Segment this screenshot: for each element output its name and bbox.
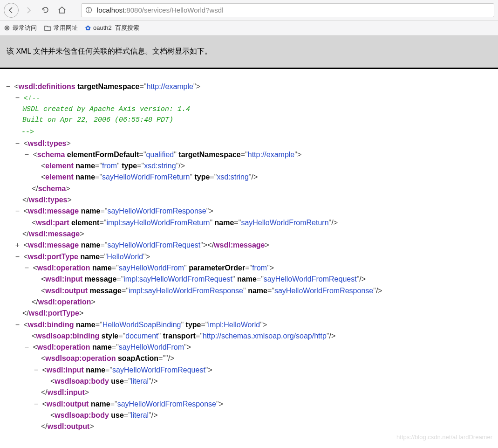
bookmark-label: 最常访问 (13, 24, 37, 32)
xml-tree-view: − <wsdl:definitions targetNamespace="htt… (0, 69, 498, 448)
home-icon (58, 6, 66, 14)
collapse-toggle[interactable]: − (22, 149, 29, 160)
xml-node[interactable]: <wsdlsoap:body use="literal"/> (2, 376, 496, 387)
bookmarks-bar: 最常访问 常用网址 ✿ oauth2_百度搜索 (0, 21, 498, 35)
expand-toggle[interactable]: + (13, 240, 20, 251)
collapse-toggle[interactable]: − (13, 251, 20, 262)
gear-icon (4, 25, 10, 31)
xml-node[interactable]: − <wsdl:definitions targetNamespace="htt… (2, 81, 496, 92)
svg-point-2 (89, 8, 89, 9)
baidu-icon: ✿ (85, 24, 91, 32)
xml-node[interactable]: − <wsdl:message name="sayHelloWorldFromR… (2, 206, 496, 217)
xml-node[interactable]: − <wsdl:output name="sayHelloWorldFromRe… (2, 399, 496, 410)
collapse-toggle[interactable]: − (13, 138, 20, 149)
url-input[interactable]: localhost:8080/services/HelloWorld?wsdl (81, 3, 494, 17)
bookmark-oauth2[interactable]: ✿ oauth2_百度搜索 (85, 24, 139, 32)
arrow-left-icon (7, 7, 15, 14)
xml-comment[interactable]: − <!-- (2, 92, 496, 104)
xml-node[interactable]: − <wsdl:operation name="sayHelloWorldFro… (2, 262, 496, 274)
collapse-toggle[interactable]: − (32, 365, 38, 376)
xml-node[interactable]: <wsdl:part element="impl:sayHelloWorldFr… (2, 217, 496, 228)
xml-node[interactable]: <wsdl:output message="impl:sayHelloWorld… (2, 285, 496, 296)
xml-close: </wsdl:types> (2, 194, 496, 206)
folder-icon (44, 25, 51, 31)
watermark: https://blog.csdn.net/aHardDreamer (396, 434, 492, 441)
xml-close: </wsdl:input> (2, 387, 496, 398)
bookmark-label: oauth2_百度搜索 (93, 24, 139, 32)
xml-node[interactable]: <element name="from" type="xsd:string"/> (2, 160, 496, 172)
collapse-toggle[interactable]: − (13, 319, 20, 331)
bookmark-most-visited[interactable]: 最常访问 (4, 24, 37, 32)
bookmark-label: 常用网址 (54, 24, 78, 32)
arrow-right-icon (25, 7, 32, 14)
xml-close: </schema> (2, 183, 496, 194)
xml-node[interactable]: − <wsdl:types> (2, 138, 496, 149)
xml-close: </wsdl:message> (2, 228, 496, 240)
xml-style-banner: 该 XML 文件并未包含任何关联的样式信息。文档树显示如下。 (0, 35, 498, 69)
home-button[interactable] (55, 3, 69, 17)
xml-comment-close: --> (2, 126, 496, 138)
collapse-toggle[interactable]: − (4, 81, 10, 92)
collapse-toggle[interactable]: − (13, 206, 20, 217)
info-icon (85, 7, 92, 14)
forward-button[interactable] (21, 3, 35, 17)
xml-node[interactable]: <wsdlsoap:operation soapAction=""/> (2, 353, 496, 364)
xml-node[interactable]: − <schema elementFormDefault="qualified"… (2, 149, 496, 160)
collapse-toggle[interactable]: − (13, 92, 20, 103)
bookmark-common-sites[interactable]: 常用网址 (44, 24, 78, 32)
xml-close: </wsdl:operation> (2, 296, 496, 308)
xml-node[interactable]: − <wsdl:portType name="HelloWorld"> (2, 251, 496, 262)
collapse-toggle[interactable]: − (22, 342, 29, 353)
xml-node[interactable]: <wsdlsoap:body use="literal"/> (2, 410, 496, 421)
reload-icon (41, 6, 49, 14)
xml-close: </wsdl:output> (2, 421, 496, 432)
xml-node[interactable]: − <wsdl:operation name="sayHelloWorldFro… (2, 342, 496, 353)
xml-node[interactable]: <wsdlsoap:binding style="document" trans… (2, 331, 496, 342)
xml-node[interactable]: <wsdl:input message="impl:sayHelloWorldF… (2, 274, 496, 285)
collapse-toggle[interactable]: − (22, 262, 29, 274)
xml-comment-line: Built on Apr 22, 2006 (06:55:48 PDT) (2, 115, 496, 126)
xml-node[interactable]: − <wsdl:input name="sayHelloWorldFromReq… (2, 365, 496, 376)
collapse-toggle[interactable]: − (32, 399, 38, 410)
xml-node[interactable]: + <wsdl:message name="sayHelloWorldFromR… (2, 240, 496, 251)
xml-comment-line: WSDL created by Apache Axis version: 1.4 (2, 104, 496, 115)
svg-point-3 (5, 26, 9, 30)
reload-button[interactable] (38, 3, 52, 17)
svg-point-4 (6, 27, 8, 29)
url-text: localhost:8080/services/HelloWorld?wsdl (97, 6, 224, 14)
xml-node[interactable]: − <wsdl:binding name="HelloWorldSoapBind… (2, 319, 496, 331)
xml-close: </wsdl:portType> (2, 308, 496, 319)
xml-node[interactable]: <element name="sayHelloWorldFromReturn" … (2, 172, 496, 183)
browser-toolbar: localhost:8080/services/HelloWorld?wsdl (0, 0, 498, 21)
back-button[interactable] (4, 3, 19, 18)
